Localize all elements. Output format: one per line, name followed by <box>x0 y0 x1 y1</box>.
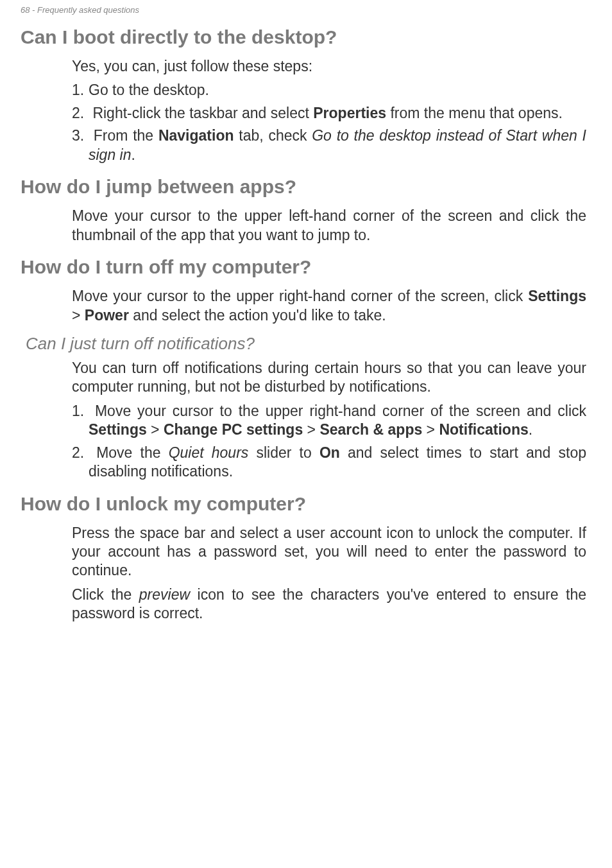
bold-text: Search & apps <box>319 421 422 438</box>
body-text: Click the preview icon to see the charac… <box>72 586 586 623</box>
bold-text: Properties <box>313 105 386 121</box>
bold-text: Change PC settings <box>164 421 303 438</box>
page-header: 68 - Frequently asked questions <box>21 5 591 15</box>
heading-unlock: How do I unlock my computer? <box>21 493 591 515</box>
list-item: From the Navigation tab, check Go to the… <box>72 126 586 164</box>
text: Move your cursor to the upper right-hand… <box>95 403 586 419</box>
text: Click the <box>72 586 139 603</box>
italic-text: preview <box>139 586 190 603</box>
italic-text: Quiet hours <box>169 444 249 461</box>
text: > <box>72 307 85 324</box>
text: . <box>529 421 532 438</box>
text: From the <box>94 127 158 144</box>
list-item: Right-click the taskbar and select Prope… <box>72 104 586 123</box>
body-text: Move your cursor to the upper left-hand … <box>72 207 586 245</box>
heading-boot-desktop: Can I boot directly to the desktop? <box>21 26 591 48</box>
text: > <box>147 421 164 438</box>
bold-text: Notifications <box>439 421 528 438</box>
bold-text: Navigation <box>158 127 234 144</box>
text: > <box>422 421 439 438</box>
steps-boot-desktop: Go to the desktop. Right-click the taskb… <box>72 81 586 164</box>
steps-notifications: Move your cursor to the upper right-hand… <box>72 402 586 482</box>
heading-jump-apps: How do I jump between apps? <box>21 176 591 198</box>
text: Move your cursor to the upper right-hand… <box>72 288 528 304</box>
body-text: You can turn off notifications during ce… <box>72 359 586 397</box>
text: and select the action you'd like to take… <box>129 307 386 324</box>
bold-text: Power <box>85 307 129 324</box>
body-text: Move your cursor to the upper right-hand… <box>72 287 586 325</box>
bold-text: Settings <box>528 288 586 304</box>
text: Move the <box>96 444 169 461</box>
list-item: Move your cursor to the upper right-hand… <box>72 402 586 440</box>
heading-notifications: Can I just turn off notifications? <box>26 334 591 354</box>
heading-turn-off: How do I turn off my computer? <box>21 256 591 278</box>
list-item: Move the Quiet hours slider to On and se… <box>72 444 586 482</box>
body-text: Press the space bar and select a user ac… <box>72 524 586 580</box>
intro-text: Yes, you can, just follow these steps: <box>72 57 586 76</box>
text: Right-click the taskbar and select <box>92 105 313 121</box>
text: slider to <box>248 444 319 461</box>
text: . <box>131 146 135 163</box>
text: tab, check <box>234 127 312 144</box>
list-item: Go to the desktop. <box>72 81 586 100</box>
bold-text: Settings <box>89 421 147 438</box>
bold-text: On <box>319 444 340 461</box>
text: > <box>303 421 319 438</box>
text: from the menu that opens. <box>386 105 563 121</box>
